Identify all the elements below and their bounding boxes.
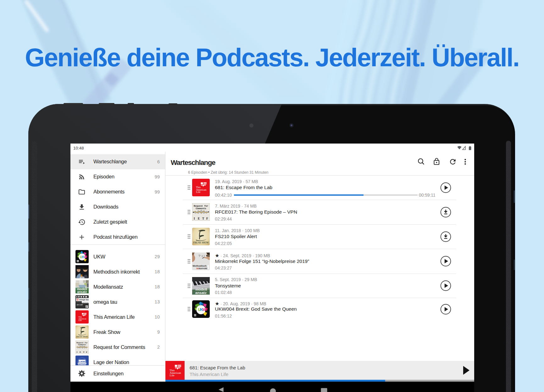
svg-text:LAGE: LAGE bbox=[79, 361, 85, 363]
svg-text:FREAK SHOW: FREAK SHOW bbox=[193, 242, 209, 244]
svg-text:inkorrekt: inkorrekt bbox=[196, 267, 207, 270]
svg-text:FREAK SHOW: FREAK SHOW bbox=[76, 336, 88, 338]
svg-text:F: F bbox=[206, 217, 208, 220]
svg-text:Life: Life bbox=[79, 319, 82, 321]
svg-text:Comments: Comments bbox=[196, 207, 206, 210]
svg-text:F: F bbox=[86, 351, 87, 353]
svg-text:Life: Life bbox=[196, 191, 200, 193]
svg-text:W: W bbox=[84, 255, 87, 259]
svg-text:W: W bbox=[202, 308, 206, 312]
svg-text:NATION: NATION bbox=[78, 363, 86, 365]
svg-text:Comments: Comments bbox=[78, 344, 86, 346]
svg-text:T: T bbox=[83, 351, 85, 353]
svg-text:E: E bbox=[80, 351, 81, 353]
svg-text:I: I bbox=[77, 351, 78, 353]
svg-text:[de:Lab]*: [de:Lab]* bbox=[77, 304, 83, 306]
svg-text:Request for: Request for bbox=[193, 205, 208, 207]
svg-text:T: T bbox=[202, 217, 204, 220]
svg-text:ansatz: ansatz bbox=[195, 291, 207, 294]
svg-text:ansatz: ansatz bbox=[77, 290, 87, 294]
svg-text:Life: Life bbox=[169, 374, 174, 377]
svg-text:E: E bbox=[198, 217, 200, 220]
svg-text:omega tau: omega tau bbox=[79, 298, 89, 301]
svg-text:I: I bbox=[194, 217, 195, 220]
